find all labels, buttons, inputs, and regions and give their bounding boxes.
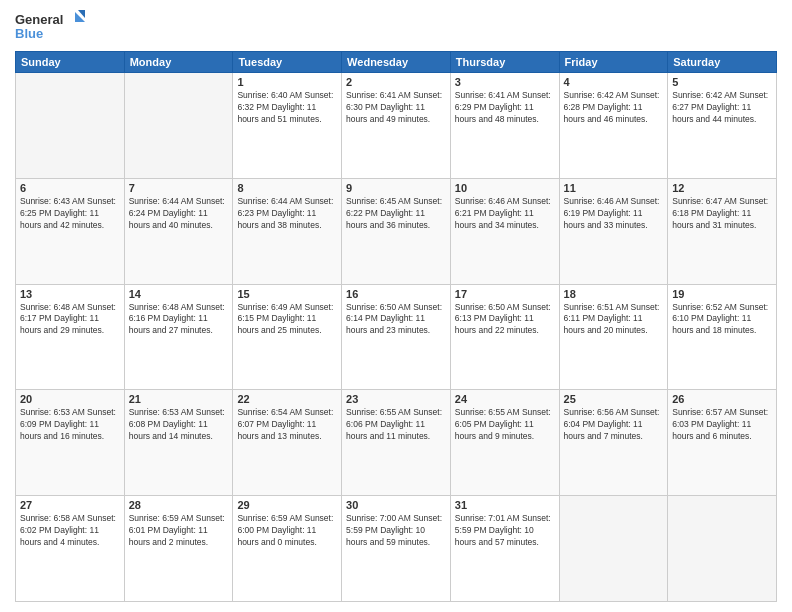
- weekday-header-wednesday: Wednesday: [342, 52, 451, 73]
- calendar-cell: 4Sunrise: 6:42 AM Sunset: 6:28 PM Daylig…: [559, 73, 668, 179]
- calendar-cell: 22Sunrise: 6:54 AM Sunset: 6:07 PM Dayli…: [233, 390, 342, 496]
- day-info: Sunrise: 6:48 AM Sunset: 6:17 PM Dayligh…: [20, 302, 120, 338]
- calendar-cell: 30Sunrise: 7:00 AM Sunset: 5:59 PM Dayli…: [342, 496, 451, 602]
- weekday-header-saturday: Saturday: [668, 52, 777, 73]
- calendar-week-0: 1Sunrise: 6:40 AM Sunset: 6:32 PM Daylig…: [16, 73, 777, 179]
- day-number: 28: [129, 499, 229, 511]
- day-info: Sunrise: 6:41 AM Sunset: 6:30 PM Dayligh…: [346, 90, 446, 126]
- page: General Blue SundayMondayTuesdayWednesda…: [0, 0, 792, 612]
- day-number: 31: [455, 499, 555, 511]
- day-info: Sunrise: 6:51 AM Sunset: 6:11 PM Dayligh…: [564, 302, 664, 338]
- calendar-week-2: 13Sunrise: 6:48 AM Sunset: 6:17 PM Dayli…: [16, 284, 777, 390]
- calendar-cell: 23Sunrise: 6:55 AM Sunset: 6:06 PM Dayli…: [342, 390, 451, 496]
- day-number: 9: [346, 182, 446, 194]
- calendar-cell: 6Sunrise: 6:43 AM Sunset: 6:25 PM Daylig…: [16, 178, 125, 284]
- day-info: Sunrise: 6:56 AM Sunset: 6:04 PM Dayligh…: [564, 407, 664, 443]
- day-info: Sunrise: 6:49 AM Sunset: 6:15 PM Dayligh…: [237, 302, 337, 338]
- day-number: 20: [20, 393, 120, 405]
- day-number: 11: [564, 182, 664, 194]
- weekday-header-sunday: Sunday: [16, 52, 125, 73]
- day-number: 5: [672, 76, 772, 88]
- calendar-cell: [124, 73, 233, 179]
- calendar-cell: 17Sunrise: 6:50 AM Sunset: 6:13 PM Dayli…: [450, 284, 559, 390]
- day-number: 15: [237, 288, 337, 300]
- calendar-cell: 1Sunrise: 6:40 AM Sunset: 6:32 PM Daylig…: [233, 73, 342, 179]
- calendar-cell: 31Sunrise: 7:01 AM Sunset: 5:59 PM Dayli…: [450, 496, 559, 602]
- day-info: Sunrise: 6:41 AM Sunset: 6:29 PM Dayligh…: [455, 90, 555, 126]
- day-number: 19: [672, 288, 772, 300]
- calendar-week-1: 6Sunrise: 6:43 AM Sunset: 6:25 PM Daylig…: [16, 178, 777, 284]
- calendar-cell: 10Sunrise: 6:46 AM Sunset: 6:21 PM Dayli…: [450, 178, 559, 284]
- day-info: Sunrise: 6:42 AM Sunset: 6:27 PM Dayligh…: [672, 90, 772, 126]
- day-info: Sunrise: 6:42 AM Sunset: 6:28 PM Dayligh…: [564, 90, 664, 126]
- calendar-cell: 20Sunrise: 6:53 AM Sunset: 6:09 PM Dayli…: [16, 390, 125, 496]
- day-info: Sunrise: 6:54 AM Sunset: 6:07 PM Dayligh…: [237, 407, 337, 443]
- day-number: 27: [20, 499, 120, 511]
- day-info: Sunrise: 6:50 AM Sunset: 6:13 PM Dayligh…: [455, 302, 555, 338]
- day-info: Sunrise: 6:40 AM Sunset: 6:32 PM Dayligh…: [237, 90, 337, 126]
- calendar-cell: 15Sunrise: 6:49 AM Sunset: 6:15 PM Dayli…: [233, 284, 342, 390]
- calendar-cell: 3Sunrise: 6:41 AM Sunset: 6:29 PM Daylig…: [450, 73, 559, 179]
- calendar-cell: 29Sunrise: 6:59 AM Sunset: 6:00 PM Dayli…: [233, 496, 342, 602]
- day-info: Sunrise: 6:59 AM Sunset: 6:00 PM Dayligh…: [237, 513, 337, 549]
- calendar-cell: 26Sunrise: 6:57 AM Sunset: 6:03 PM Dayli…: [668, 390, 777, 496]
- day-number: 21: [129, 393, 229, 405]
- day-info: Sunrise: 6:46 AM Sunset: 6:21 PM Dayligh…: [455, 196, 555, 232]
- calendar-cell: 9Sunrise: 6:45 AM Sunset: 6:22 PM Daylig…: [342, 178, 451, 284]
- day-info: Sunrise: 6:45 AM Sunset: 6:22 PM Dayligh…: [346, 196, 446, 232]
- day-number: 7: [129, 182, 229, 194]
- day-info: Sunrise: 6:57 AM Sunset: 6:03 PM Dayligh…: [672, 407, 772, 443]
- weekday-header-thursday: Thursday: [450, 52, 559, 73]
- calendar-cell: 18Sunrise: 6:51 AM Sunset: 6:11 PM Dayli…: [559, 284, 668, 390]
- day-number: 2: [346, 76, 446, 88]
- calendar-week-3: 20Sunrise: 6:53 AM Sunset: 6:09 PM Dayli…: [16, 390, 777, 496]
- day-info: Sunrise: 6:59 AM Sunset: 6:01 PM Dayligh…: [129, 513, 229, 549]
- calendar-cell: 5Sunrise: 6:42 AM Sunset: 6:27 PM Daylig…: [668, 73, 777, 179]
- calendar-cell: 2Sunrise: 6:41 AM Sunset: 6:30 PM Daylig…: [342, 73, 451, 179]
- day-info: Sunrise: 6:43 AM Sunset: 6:25 PM Dayligh…: [20, 196, 120, 232]
- day-info: Sunrise: 7:00 AM Sunset: 5:59 PM Dayligh…: [346, 513, 446, 549]
- calendar-cell: [668, 496, 777, 602]
- day-number: 12: [672, 182, 772, 194]
- day-number: 3: [455, 76, 555, 88]
- calendar-cell: 21Sunrise: 6:53 AM Sunset: 6:08 PM Dayli…: [124, 390, 233, 496]
- calendar-cell: 8Sunrise: 6:44 AM Sunset: 6:23 PM Daylig…: [233, 178, 342, 284]
- day-number: 13: [20, 288, 120, 300]
- day-info: Sunrise: 6:58 AM Sunset: 6:02 PM Dayligh…: [20, 513, 120, 549]
- svg-text:Blue: Blue: [15, 26, 43, 41]
- day-number: 25: [564, 393, 664, 405]
- day-number: 30: [346, 499, 446, 511]
- day-info: Sunrise: 6:47 AM Sunset: 6:18 PM Dayligh…: [672, 196, 772, 232]
- calendar-cell: [16, 73, 125, 179]
- day-number: 14: [129, 288, 229, 300]
- day-number: 17: [455, 288, 555, 300]
- day-number: 18: [564, 288, 664, 300]
- calendar-cell: 19Sunrise: 6:52 AM Sunset: 6:10 PM Dayli…: [668, 284, 777, 390]
- calendar-cell: 25Sunrise: 6:56 AM Sunset: 6:04 PM Dayli…: [559, 390, 668, 496]
- calendar-cell: 28Sunrise: 6:59 AM Sunset: 6:01 PM Dayli…: [124, 496, 233, 602]
- calendar-cell: 16Sunrise: 6:50 AM Sunset: 6:14 PM Dayli…: [342, 284, 451, 390]
- calendar-cell: 14Sunrise: 6:48 AM Sunset: 6:16 PM Dayli…: [124, 284, 233, 390]
- weekday-header-tuesday: Tuesday: [233, 52, 342, 73]
- day-info: Sunrise: 6:46 AM Sunset: 6:19 PM Dayligh…: [564, 196, 664, 232]
- day-number: 8: [237, 182, 337, 194]
- day-number: 22: [237, 393, 337, 405]
- calendar-header-row: SundayMondayTuesdayWednesdayThursdayFrid…: [16, 52, 777, 73]
- day-number: 1: [237, 76, 337, 88]
- header: General Blue: [15, 10, 777, 45]
- day-number: 10: [455, 182, 555, 194]
- calendar-cell: [559, 496, 668, 602]
- day-number: 6: [20, 182, 120, 194]
- day-number: 16: [346, 288, 446, 300]
- day-info: Sunrise: 6:52 AM Sunset: 6:10 PM Dayligh…: [672, 302, 772, 338]
- svg-text:General: General: [15, 12, 63, 27]
- day-number: 23: [346, 393, 446, 405]
- calendar-week-4: 27Sunrise: 6:58 AM Sunset: 6:02 PM Dayli…: [16, 496, 777, 602]
- day-number: 24: [455, 393, 555, 405]
- day-info: Sunrise: 6:48 AM Sunset: 6:16 PM Dayligh…: [129, 302, 229, 338]
- day-info: Sunrise: 6:44 AM Sunset: 6:24 PM Dayligh…: [129, 196, 229, 232]
- calendar-cell: 13Sunrise: 6:48 AM Sunset: 6:17 PM Dayli…: [16, 284, 125, 390]
- day-number: 29: [237, 499, 337, 511]
- day-number: 4: [564, 76, 664, 88]
- calendar-cell: 12Sunrise: 6:47 AM Sunset: 6:18 PM Dayli…: [668, 178, 777, 284]
